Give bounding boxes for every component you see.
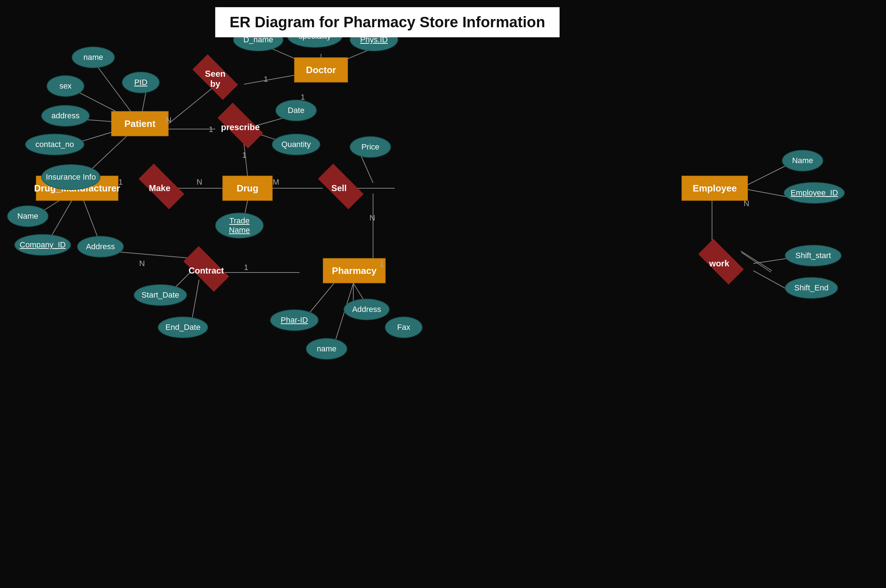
entity-patient: Patient xyxy=(111,111,168,136)
attr-patient-insurance: Insurance Info xyxy=(41,164,101,190)
card-make-n: N xyxy=(197,177,202,187)
card-contract-n: N xyxy=(139,259,145,268)
card-contract-1: 1 xyxy=(244,263,248,272)
attr-pharmacy-name: name xyxy=(306,338,347,360)
relationship-sell: Sell xyxy=(312,172,366,204)
attr-sell-price: Price xyxy=(350,136,391,158)
diagram-title: ER Diagram for Pharmacy Store Informatio… xyxy=(215,7,560,37)
attr-emp-name: Name xyxy=(782,150,823,171)
card-sell-m: M xyxy=(273,177,279,187)
relationship-prescribe: prescribe xyxy=(212,111,269,143)
entity-drug: Drug xyxy=(222,176,273,201)
entity-doctor: Doctor xyxy=(294,57,348,82)
attr-dm-name: Name xyxy=(7,206,48,227)
attr-pharmacy-id: Phar-ID xyxy=(270,309,318,331)
attr-pharmacy-fax: Fax xyxy=(385,316,422,338)
attr-emp-id: Employee_ID xyxy=(784,182,845,204)
attr-prescribe-date: Date xyxy=(275,100,317,121)
attr-patient-pid: PID xyxy=(122,72,160,93)
svg-line-37 xyxy=(753,271,789,290)
card-seen-by-1: 1 xyxy=(264,75,268,84)
attr-pharmacy-address: Address xyxy=(344,298,390,320)
card-work-1: 1 xyxy=(380,259,384,268)
card-sell-n: N xyxy=(369,213,375,223)
attr-work-shift-start: Shift_start xyxy=(785,245,841,266)
attr-patient-contact: contact_no xyxy=(25,134,84,155)
attr-dm-companyid: Company_ID xyxy=(14,234,71,256)
attr-patient-address: address xyxy=(41,105,90,127)
card-work-n: N xyxy=(743,199,749,208)
relationship-contract: Contract xyxy=(177,255,235,287)
card-drug-1: 1 xyxy=(242,151,246,160)
card-seen-by-doctor: 1 xyxy=(300,93,305,102)
relationship-seen-by: Seenby xyxy=(186,63,244,95)
card-prescribe-1: 1 xyxy=(209,125,213,134)
card-make-1: 1 xyxy=(119,177,123,187)
attr-work-shift-end: Shift_End xyxy=(785,277,838,298)
attr-contract-end: End_Date xyxy=(158,316,208,338)
card-prescribe-n: N xyxy=(166,116,171,125)
svg-line-11 xyxy=(244,75,294,84)
attr-patient-name: name xyxy=(72,46,115,68)
entity-pharmacy: Pharmacy xyxy=(323,258,386,283)
entity-employee: Employee xyxy=(682,176,748,201)
attr-patient-sex: sex xyxy=(47,75,84,97)
relationship-work: work xyxy=(692,248,746,280)
svg-line-36 xyxy=(753,258,789,264)
attr-drug-tradename: Trade Name xyxy=(215,213,264,238)
attr-contract-start: Start_Date xyxy=(134,284,187,306)
relationship-make: Make xyxy=(133,172,186,204)
svg-line-39 xyxy=(741,188,789,197)
attr-dm-address: Address xyxy=(77,236,124,257)
attr-prescribe-quantity: Quantity xyxy=(272,134,320,155)
